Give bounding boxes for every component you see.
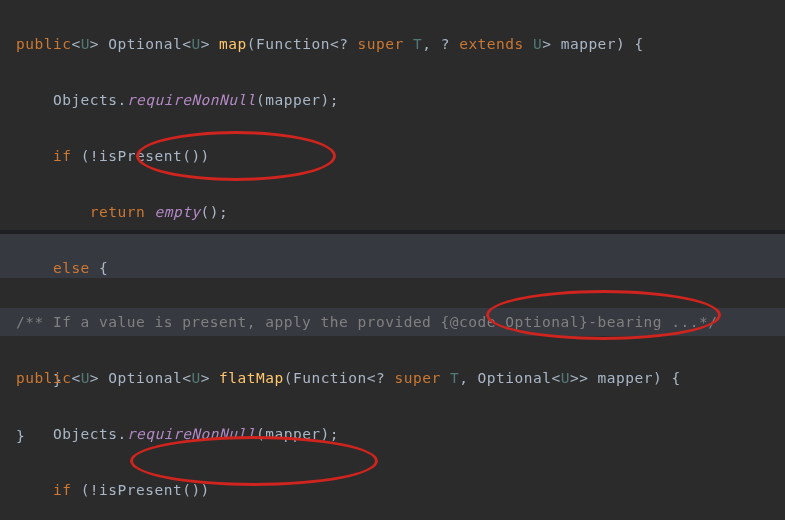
javadoc-line: /** If a value is present, apply the pro… <box>0 308 785 336</box>
code-line: if (!isPresent()) <box>16 142 785 170</box>
code-line: Objects.requireNonNull(mapper); <box>16 86 785 114</box>
code-editor-top[interactable]: public<U> Optional<U> map(Function<? sup… <box>0 0 785 230</box>
keyword-public: public <box>16 36 71 52</box>
method-name-flatmap: flatMap <box>219 370 284 386</box>
code-line: Objects.requireNonNull(mapper); <box>16 420 785 448</box>
code-line: public<U> Optional<U> flatMap(Function<?… <box>16 364 785 392</box>
code-line: if (!isPresent()) <box>16 476 785 504</box>
code-line: public<U> Optional<U> map(Function<? sup… <box>16 30 785 58</box>
method-name-map: map <box>219 36 247 52</box>
code-line: return empty(); <box>16 198 785 226</box>
code-editor-bottom[interactable]: /** If a value is present, apply the pro… <box>0 278 785 520</box>
